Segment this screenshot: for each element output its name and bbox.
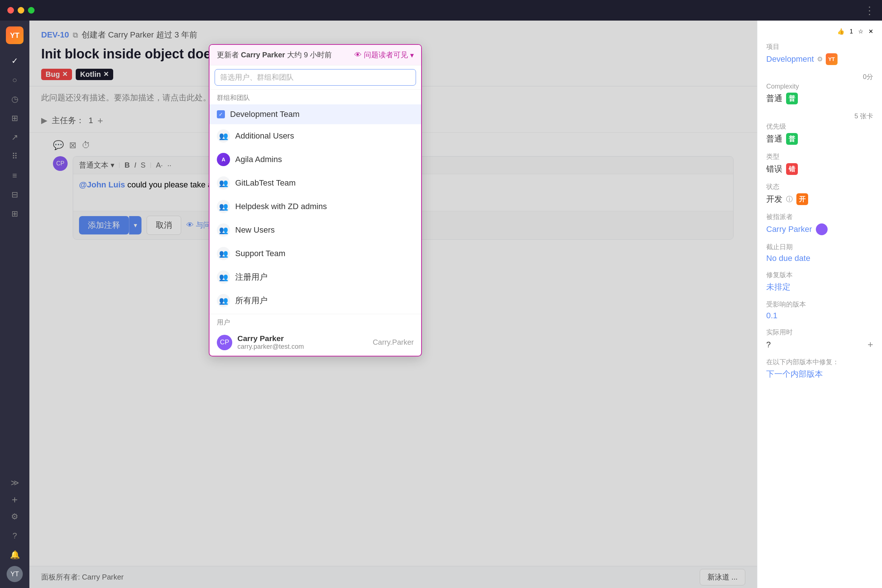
due-date-value[interactable]: No due date <box>766 254 873 263</box>
close-icon[interactable]: ✕ <box>868 28 873 35</box>
status-value[interactable]: 开发 <box>766 194 782 205</box>
list-item-gitlab-test[interactable]: 👥 GitLabTest Team <box>210 171 421 195</box>
popup-chevron-icon: ▾ <box>410 51 414 60</box>
sidebar-item-modules[interactable]: ⠿ <box>7 148 23 165</box>
new-users-icon: 👥 <box>217 224 230 237</box>
list-item-helpdesk[interactable]: 👥 Helpdesk with ZD admins <box>210 195 421 218</box>
meta-affected-version: 受影响的版本 0.1 <box>766 300 873 321</box>
sidebar-item-clock[interactable]: ◷ <box>7 91 23 107</box>
type-label: 类型 <box>766 152 873 161</box>
fullscreen-traffic-light[interactable] <box>28 7 34 14</box>
new-users-label: New Users <box>235 225 275 235</box>
priority-value[interactable]: 普通 <box>766 134 782 144</box>
list-item-all-users[interactable]: 👥 所有用户 <box>210 289 421 312</box>
meta-due-date: 截止日期 No due date <box>766 243 873 263</box>
gitlab-test-icon: 👥 <box>217 176 230 190</box>
sidebar-item-check[interactable]: ✓ <box>7 53 23 69</box>
list-item-additional-users[interactable]: 👥 Additional Users <box>210 124 421 148</box>
status-info-icon[interactable]: ⓘ <box>786 195 793 204</box>
complexity-badge: 普 <box>786 93 798 104</box>
registered-users-icon: 👥 <box>217 270 230 284</box>
sidebar-logo[interactable]: YT <box>6 27 24 44</box>
priority-badge: 普 <box>786 133 798 145</box>
fixed-in-value[interactable]: 下一个内部版本 <box>766 369 873 380</box>
sidebar-item-chart[interactable]: ↗ <box>7 129 23 146</box>
sidebar-user-avatar[interactable]: YT <box>7 566 23 582</box>
visibility-dropdown: 更新者 Carry Parker 大约 9 小时前 👁 问题读者可见 ▾ 群组和… <box>209 44 422 357</box>
meta-priority: 优先级 普通 普 <box>766 122 873 145</box>
carry-parker-handle: Carry.Parker <box>373 338 414 346</box>
list-item-registered-users[interactable]: 👥 注册用户 <box>210 266 421 289</box>
all-users-label: 所有用户 <box>235 295 267 306</box>
project-gear-icon[interactable]: ⚙ <box>817 55 823 63</box>
list-item-carry-parker[interactable]: CP Carry Parker carry.parker@test.com Ca… <box>210 329 421 356</box>
like-icon[interactable]: 👍 <box>837 28 844 35</box>
fix-version-value[interactable]: 未排定 <box>766 282 873 292</box>
project-link[interactable]: Development <box>766 54 814 64</box>
meta-complexity: Complexity 普通 普 <box>766 82 873 104</box>
support-team-icon: 👥 <box>217 247 230 260</box>
popup-header: 更新者 Carry Parker 大约 9 小时前 👁 问题读者可见 ▾ <box>210 45 421 65</box>
meta-assignee: 被指派者 Carry Parker <box>766 212 873 235</box>
sidebar-bell-icon[interactable]: 🔔 <box>7 547 23 563</box>
affected-version-value[interactable]: 0.1 <box>766 311 873 321</box>
meta-status: 状态 开发 ⓘ 开 <box>766 182 873 205</box>
complexity-value[interactable]: 普通 <box>766 93 782 104</box>
right-sidebar-header: 👍 1 ☆ ✕ <box>766 28 873 35</box>
fixed-in-label: 在以下内部版本中修复： <box>766 358 873 366</box>
sidebar-help-icon[interactable]: ? <box>7 528 23 544</box>
assignee-label: 被指派者 <box>766 212 873 221</box>
meta-fixed-in: 在以下内部版本中修复： 下一个内部版本 <box>766 358 873 380</box>
agila-admins-label: Agila Admins <box>235 155 282 164</box>
close-traffic-light[interactable] <box>8 7 14 14</box>
priority-label: 优先级 <box>766 122 873 131</box>
sidebar: YT ✓ ○ ◷ ⊞ ↗ ⠿ ≡ ⊟ ⊞ ≫ + ⚙ ? 🔔 YT <box>0 21 29 588</box>
popup-eye-icon: 👁 <box>354 51 362 59</box>
like-count: 1 <box>850 28 853 35</box>
sidebar-bottom: ≫ + ⚙ ? 🔔 YT <box>7 475 23 582</box>
main-content: DEV-10 ⧉ 创建者 Carry Parker 超过 3 年前 Init b… <box>29 21 757 588</box>
sidebar-settings-icon[interactable]: ⚙ <box>7 508 23 525</box>
minimize-traffic-light[interactable] <box>18 7 24 14</box>
title-bar: ⋮ <box>0 0 882 21</box>
sidebar-item-filter[interactable]: ⊟ <box>7 187 23 203</box>
sidebar-expand-arrows[interactable]: ≫ <box>7 475 23 491</box>
popup-search-input[interactable] <box>214 69 416 86</box>
carry-parker-name: Carry Parker <box>237 334 368 343</box>
complexity-label: Complexity <box>766 82 873 90</box>
list-item-new-users[interactable]: 👥 New Users <box>210 218 421 242</box>
fix-version-label: 修复版本 <box>766 270 873 279</box>
app-container: YT ✓ ○ ◷ ⊞ ↗ ⠿ ≡ ⊟ ⊞ ≫ + ⚙ ? 🔔 YT DEV-10… <box>0 21 882 588</box>
card-count-label: 5 张卡 <box>766 112 873 120</box>
registered-users-label: 注册用户 <box>235 272 267 283</box>
meta-type: 类型 错误 错 <box>766 152 873 175</box>
popup-visibility-toggle[interactable]: 👁 问题读者可见 ▾ <box>354 50 414 60</box>
carry-parker-info: Carry Parker carry.parker@test.com <box>237 334 368 351</box>
list-item-support-team[interactable]: 👥 Support Team <box>210 242 421 266</box>
all-users-icon: 👥 <box>217 294 230 307</box>
helpdesk-icon: 👥 <box>217 200 230 213</box>
status-label: 状态 <box>766 182 873 191</box>
due-date-label: 截止日期 <box>766 243 873 251</box>
affected-version-label: 受影响的版本 <box>766 300 873 309</box>
sidebar-item-book[interactable]: ≡ <box>7 168 23 184</box>
actual-time-label: 实际用时 <box>766 328 873 337</box>
type-value[interactable]: 错误 <box>766 164 782 175</box>
sidebar-item-layers[interactable]: ⊞ <box>7 206 23 222</box>
score-label: 0分 <box>766 72 873 81</box>
development-team-checkbox: ✓ <box>217 110 225 118</box>
sidebar-add-button[interactable]: + <box>12 494 18 506</box>
actual-time-add-icon[interactable]: + <box>868 339 873 350</box>
title-bar-menu[interactable]: ⋮ <box>864 4 874 16</box>
gitlab-test-label: GitLabTest Team <box>235 178 296 188</box>
sidebar-item-nav[interactable]: ⊞ <box>7 110 23 126</box>
carry-parker-avatar: CP <box>217 335 232 350</box>
list-item-development-team[interactable]: ✓ Development Team <box>210 104 421 124</box>
assignee-value[interactable]: Carry Parker <box>766 225 812 234</box>
list-item-agila-admins[interactable]: A Agila Admins <box>210 148 421 171</box>
user-section-header: 用户 <box>210 314 421 329</box>
meta-actual-time: 实际用时 ? + <box>766 328 873 350</box>
status-badge: 开 <box>796 193 808 205</box>
sidebar-item-circle[interactable]: ○ <box>7 72 23 88</box>
star-icon[interactable]: ☆ <box>858 28 863 35</box>
